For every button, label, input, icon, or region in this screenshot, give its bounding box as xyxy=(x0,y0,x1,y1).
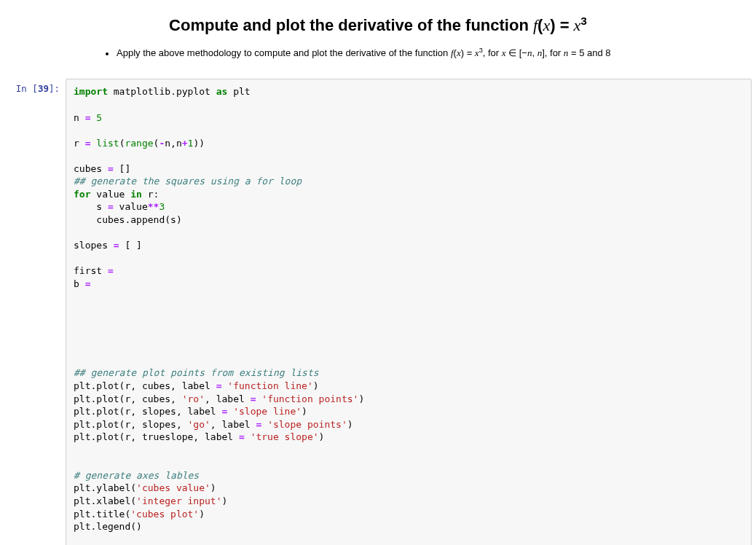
code-token: ) xyxy=(199,509,205,519)
heading-xvar: x xyxy=(574,16,581,34)
markdown-heading: Compute and plot the derivative of the f… xyxy=(0,15,756,35)
markdown-bullet-list: Apply the above methodology to compute a… xyxy=(0,45,756,61)
bullet-prefix: Apply the above methodology to compute a… xyxy=(117,48,451,59)
code-token: 'true slope' xyxy=(251,431,319,442)
prompt-in: In [ xyxy=(16,83,38,94)
code-token: = xyxy=(108,201,114,212)
code-token: r xyxy=(74,138,85,149)
code-token: range xyxy=(125,138,153,149)
code-token: b xyxy=(74,278,85,289)
code-token: r: xyxy=(142,189,159,200)
code-token: = xyxy=(114,240,119,251)
code-comment: ## generate plot points from existing li… xyxy=(74,367,319,378)
code-token: ) xyxy=(302,406,307,417)
code-token: plt.plot(r, slopes, xyxy=(74,419,188,430)
code-token: in xyxy=(130,189,142,200)
code-token: plt.plot(r, trueslope, label xyxy=(74,431,239,442)
code-token: 'function line' xyxy=(227,380,312,391)
code-cell[interactable]: In [39]: import matplotlib.pyplot as plt… xyxy=(0,79,756,545)
code-token: 'cubes plot' xyxy=(130,509,199,519)
code-token: = xyxy=(239,431,245,442)
code-token: = xyxy=(216,380,222,391)
code-token: plt.plot(r, slopes, label xyxy=(74,406,222,417)
bullet-item: Apply the above methodology to compute a… xyxy=(117,45,756,61)
code-token: plt.plot(r, cubes, label xyxy=(74,380,216,391)
code-token: ) xyxy=(347,419,353,430)
code-token: plt xyxy=(227,86,250,97)
code-token: ) xyxy=(319,431,325,442)
input-prompt: In [39]: xyxy=(0,79,66,94)
code-token: [ ] xyxy=(119,240,148,251)
code-token: ) xyxy=(222,495,228,506)
code-token: 'cubes value' xyxy=(136,482,210,493)
bullet-lbr: [− xyxy=(519,48,527,59)
code-token: [] xyxy=(114,163,130,174)
prompt-close: ]: xyxy=(49,83,60,94)
code-token: value xyxy=(114,201,148,212)
bullet-in: ∈ xyxy=(505,48,519,59)
code-comment: # generate axes lables xyxy=(74,470,199,481)
code-token: for xyxy=(74,189,90,200)
code-token: ) xyxy=(210,482,216,493)
notebook-container: Compute and plot the derivative of the f… xyxy=(0,15,756,545)
code-token xyxy=(245,431,251,442)
heading-x: x xyxy=(543,16,550,34)
heading-prefix: Compute and plot the derivative of the f… xyxy=(169,16,533,34)
code-token: plt.legend() xyxy=(74,521,142,532)
code-token: ) xyxy=(313,380,319,391)
code-token: import xyxy=(74,86,108,97)
code-token: cubes.append(s) xyxy=(74,214,182,225)
code-token: first xyxy=(74,265,108,276)
bullet-mid: , for xyxy=(483,48,502,59)
code-token xyxy=(261,419,267,430)
code-token: list xyxy=(96,138,119,149)
heading-rparen: ) xyxy=(550,16,555,34)
code-token: 'go' xyxy=(188,419,210,430)
code-token: n xyxy=(74,112,85,123)
code-token: = xyxy=(108,163,114,174)
code-token: + xyxy=(182,138,188,149)
code-token: ) xyxy=(358,393,364,404)
code-token: slopes xyxy=(74,240,114,251)
bullet-for: , for xyxy=(545,48,564,59)
code-input-area[interactable]: import matplotlib.pyplot as plt n = 5 r … xyxy=(66,79,752,545)
code-token: n,n xyxy=(165,138,181,149)
code-token: cubes xyxy=(74,163,108,174)
code-token: matplotlib.pyplot xyxy=(108,86,216,97)
code-token xyxy=(90,278,96,289)
code-token: 'function points' xyxy=(261,393,358,404)
code-token: 'slope line' xyxy=(233,406,302,417)
code-token: plt.ylabel( xyxy=(74,482,136,493)
code-token: , label xyxy=(210,419,256,430)
code-token: ** xyxy=(148,201,160,212)
code-token: plt.xlabel( xyxy=(74,495,136,506)
bullet-eq: = xyxy=(464,48,475,59)
code-token: )) xyxy=(193,138,205,149)
bullet-comma: , xyxy=(532,48,537,59)
code-token: value xyxy=(90,189,130,200)
code-token: plt.plot(r, cubes, xyxy=(74,393,182,404)
code-token: , label xyxy=(205,393,251,404)
code-token: 5 xyxy=(96,112,102,123)
bullet-eq2: = xyxy=(568,48,579,59)
heading-exp: 3 xyxy=(580,15,587,27)
code-token: plt.title( xyxy=(74,509,130,519)
code-token: s xyxy=(74,201,108,212)
code-token: 'ro' xyxy=(182,393,205,404)
code-token: 3 xyxy=(159,201,165,212)
code-comment: ## generate the squares using a for loop xyxy=(74,176,302,187)
code-token: 'integer input' xyxy=(136,495,221,506)
bullet-five-and-eight: 5 and 8 xyxy=(579,48,610,59)
code-token: = xyxy=(108,265,114,276)
prompt-number: 39 xyxy=(38,83,49,94)
code-token xyxy=(227,406,233,417)
heading-eq: = xyxy=(556,16,574,34)
code-token: 'slope points' xyxy=(267,419,347,430)
code-token: as xyxy=(216,86,228,97)
